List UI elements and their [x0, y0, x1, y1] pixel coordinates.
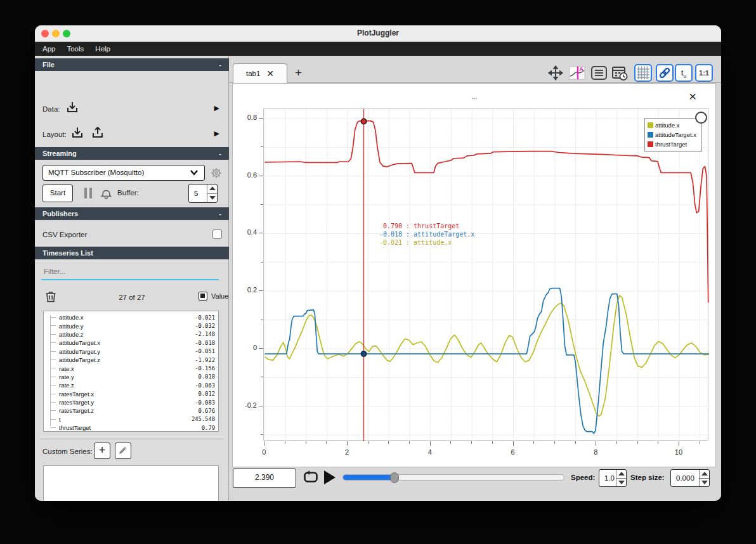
loop-icon[interactable] [303, 470, 319, 485]
collapse-icon[interactable]: - [219, 58, 221, 71]
spin-down-icon[interactable] [700, 478, 709, 486]
timeseries-row[interactable]: attitudeTarget.z-1.922 [44, 356, 218, 364]
tracker-readout-line: 0.790 : thrustTarget [375, 222, 474, 230]
timeseries-row[interactable]: thrustTarget0.79 [44, 424, 218, 432]
plot-canvas[interactable]: 0.790 : thrustTarget-0.018 : attitudeTar… [263, 108, 708, 441]
play-button[interactable] [324, 470, 336, 484]
y-tick-label: 0.8 [235, 113, 257, 121]
timeseries-row[interactable]: t245.548 [44, 415, 218, 424]
y-axis: 0.80.60.40.20-0.2 [233, 108, 263, 442]
step-size-label: Step size: [630, 474, 665, 481]
speed-spinbox[interactable]: 1.0 [599, 469, 627, 487]
new-tab-button[interactable]: + [295, 66, 302, 80]
add-custom-series-button[interactable]: + [94, 443, 110, 459]
gear-icon[interactable] [210, 167, 223, 179]
edit-custom-series-button[interactable] [115, 443, 131, 459]
spin-down-icon[interactable] [207, 193, 217, 202]
timeseries-row[interactable]: rate.x-0.156 [44, 364, 218, 372]
ratio-1-1-icon: 1:1 [699, 69, 709, 77]
collapse-icon[interactable]: - [219, 207, 221, 220]
plot-legend[interactable]: attitude.xattitudeTarget.xthrustTarget [644, 118, 702, 152]
timeseries-row[interactable]: ratesTarget.y-0.083 [44, 398, 218, 406]
load-layout-icon[interactable] [70, 126, 84, 139]
menu-tools[interactable]: Tools [67, 45, 84, 53]
link-axes-button[interactable] [656, 64, 674, 82]
curve-tracker-button[interactable]: A [568, 64, 586, 82]
menu-app[interactable]: App [42, 45, 55, 53]
svg-text:A: A [580, 66, 584, 72]
window-title: PlotJuggler [35, 29, 721, 37]
zoom-out-circle-button[interactable] [695, 112, 707, 124]
list-view-button[interactable] [590, 64, 608, 82]
slider-handle[interactable] [390, 472, 399, 483]
legend-entry[interactable]: attitudeTarget.x [648, 130, 699, 139]
filter-input[interactable] [44, 265, 219, 278]
timeseries-row[interactable]: ratesTarget.x0.012 [44, 390, 218, 398]
plot-title: ... [233, 93, 715, 100]
step-size-spinbox[interactable]: 0.000 [670, 469, 710, 487]
custom-series-list[interactable] [43, 465, 219, 501]
streaming-section-header[interactable]: Streaming - [35, 147, 229, 160]
timeseries-section-header[interactable]: Timeseries List [35, 247, 229, 259]
timeseries-row[interactable]: rate.z-0.063 [44, 381, 218, 389]
timeseries-row[interactable]: attitude.x-0.021 [44, 313, 218, 321]
plot-close-icon[interactable]: × [689, 89, 696, 104]
legend-entry[interactable]: attitude.x [648, 120, 699, 130]
spin-down-icon[interactable] [616, 478, 626, 486]
pan-zoom-button[interactable] [547, 64, 564, 82]
save-layout-icon[interactable] [91, 126, 105, 139]
timeseries-row[interactable]: attitude.z-2.148 [44, 330, 218, 339]
data-menu-arrow[interactable]: ▶ [214, 104, 219, 112]
app-window: PlotJuggler App Tools Help File - Data: … [35, 25, 721, 501]
slider-fill [343, 475, 394, 480]
notifications-bell-icon[interactable] [100, 186, 113, 200]
publishers-section-header[interactable]: Publishers - [35, 207, 229, 220]
plot-widget[interactable]: ... × 0.80.60.40.20-0.2 0246810 0.790 : … [232, 83, 716, 467]
load-data-icon[interactable] [65, 100, 79, 114]
tab-tab1[interactable]: tab1 ✕ [233, 63, 287, 83]
timeseries-row[interactable]: attitudeTarget.y-0.051 [44, 347, 218, 356]
pause-icon[interactable] [84, 188, 92, 198]
grid-view-button[interactable] [634, 64, 652, 82]
y-tick-label: -0.2 [235, 401, 257, 409]
start-button[interactable]: Start [42, 185, 73, 202]
menubar: App Tools Help [35, 42, 721, 56]
tab-close-icon[interactable]: ✕ [266, 69, 274, 78]
tabbar: tab1 ✕ + A [229, 56, 721, 83]
tracker-readout-line: -0.018 : attitudeTarget.x [375, 230, 474, 238]
file-section-header[interactable]: File - [35, 58, 229, 71]
spin-up-icon[interactable] [207, 185, 217, 193]
layout-menu-arrow[interactable]: ▶ [214, 129, 219, 138]
buffer-spinbox[interactable]: 5 [188, 184, 218, 203]
legend-entry[interactable]: thrustTarget [648, 139, 699, 149]
spin-up-icon[interactable] [616, 470, 626, 478]
speed-label: Speed: [571, 474, 595, 481]
spin-up-icon[interactable] [700, 470, 709, 478]
timeseries-row[interactable]: rate.y0.018 [44, 373, 218, 381]
current-time-field[interactable]: 2.390 [233, 469, 296, 488]
y-tick-label: 0.4 [235, 228, 257, 236]
legend-swatch [648, 132, 653, 138]
timeseries-row[interactable]: ratesTarget.z0.676 [44, 406, 218, 415]
x-tick-label: 0 [254, 448, 273, 456]
link-icon [658, 66, 672, 80]
collapse-icon[interactable]: - [219, 147, 221, 160]
csv-exporter-checkbox[interactable] [212, 230, 222, 239]
tracker-readout: 0.790 : thrustTarget-0.018 : attitudeTar… [375, 222, 474, 247]
streaming-source-select[interactable]: MQTT Subscriber (Mosquitto) [42, 165, 205, 181]
datetime-button[interactable] [611, 64, 629, 82]
values-checkbox[interactable] [199, 292, 207, 301]
x-tick-label: 4 [420, 448, 440, 456]
timeseries-list[interactable]: attitude.x-0.021attitude.y-0.032attitude… [43, 311, 219, 432]
time-offset-icon: to [681, 67, 687, 79]
menu-help[interactable]: Help [95, 45, 110, 53]
divider [40, 439, 224, 439]
timeseries-row[interactable]: attitude.y-0.032 [44, 321, 218, 330]
timeseries-row[interactable]: attitudeTarget.x-0.018 [44, 339, 218, 347]
time-offset-button[interactable]: to [675, 64, 693, 82]
data-label: Data: [42, 105, 60, 113]
legend-swatch [648, 141, 653, 147]
pencil-icon [118, 445, 128, 455]
timeline-slider[interactable] [342, 474, 564, 481]
ratio-1-1-button[interactable]: 1:1 [695, 64, 713, 82]
